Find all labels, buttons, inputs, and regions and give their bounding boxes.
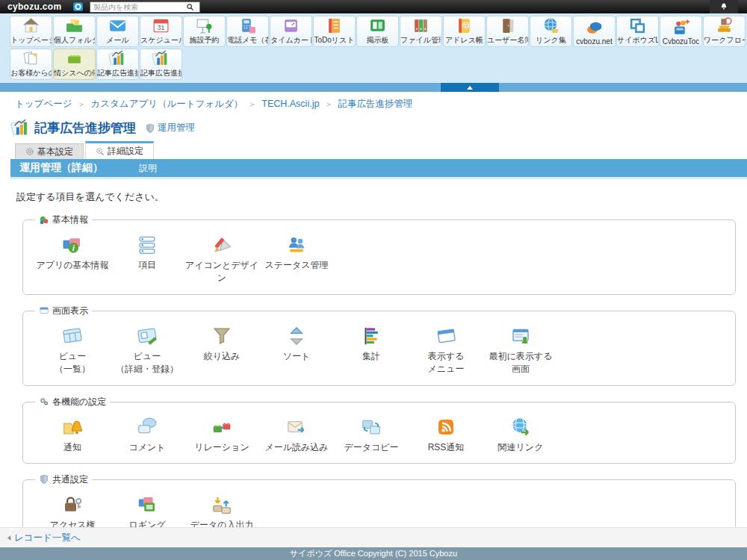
app-basic-icon: i [61,231,84,256]
app-button[interactable]: ワークフロー [703,16,746,47]
setting-item[interactable]: コメント [110,413,185,454]
breadcrumb-item[interactable]: トップページ [15,98,72,111]
footer: サイボウズ Office Copyright (C) 2015 Cybozu [0,547,747,560]
svg-text:31: 31 [158,24,165,31]
app-button[interactable]: @ アドレス帳 [443,16,486,47]
setting-item[interactable]: RSS通知 [409,413,483,454]
app-label: リンク集 [536,35,566,46]
shield-icon [39,474,49,485]
help-link[interactable]: 説明 [139,162,157,175]
app-button[interactable]: cvbozu.net [573,16,616,47]
app-button[interactable]: 掲示板 [356,16,399,47]
setting-item[interactable]: ステータス管理 [259,231,334,285]
notification-bell-icon[interactable] [710,0,738,13]
setting-item[interactable]: 項目 [110,231,185,285]
todo-icon [325,16,344,35]
shield-icon [145,123,155,134]
setting-item[interactable]: ソート [259,322,334,376]
toolbar-collapse-strip [0,83,747,92]
setting-item[interactable]: ロギング [110,491,185,532]
app-label: cvbozu.net [576,37,612,46]
setting-item-label: ソート [283,350,311,363]
notify-icon [61,413,84,438]
sort-icon [285,322,308,347]
breadcrumb-link[interactable]: カスタムアプリ（ルートフォルダ） [90,99,243,109]
app-button[interactable]: メール [96,16,139,47]
setting-item[interactable]: メール読み込み [259,413,334,454]
file-mgmt-icon [412,16,430,35]
app-button[interactable]: ユーザー名簿 [486,16,529,47]
app-button[interactable]: お客様からの [10,49,52,80]
tab-label: 基本設定 [37,146,73,158]
setting-item[interactable]: 絞り込み [185,322,259,376]
setting-item-label: 表示する メニュー [428,350,465,376]
app-button[interactable]: 個人フォルダ [53,16,96,47]
fields-icon [136,231,158,256]
breadcrumb-item[interactable]: カスタムアプリ（ルートフォルダ） [72,98,243,111]
setting-item[interactable]: アイコンとデザイン [185,231,259,285]
topbar: cybozu.com [0,0,747,13]
app-label: 記事広告進捗 [97,68,138,78]
group-legend: 画面表示 [52,305,88,317]
breadcrumb-link[interactable]: TECH.Ascii.jp [261,99,319,109]
app-button[interactable]: 施設予約 [183,16,226,47]
search-input[interactable] [93,3,186,11]
group-screen-display: 画面表示 ビュー （一覧） ビュー （詳細・登録） 絞り込み ソート 集計 表示… [22,305,736,386]
app-label: タイムカード [270,35,311,46]
home-icon [22,16,40,35]
breadcrumb-link[interactable]: 記事広告進捗管理 [338,99,412,109]
collapse-toolbar-button[interactable] [441,83,499,92]
app-button[interactable]: トップページ [10,16,52,47]
app-button[interactable]: サイボウズLiv [616,16,659,47]
breadcrumb-item[interactable]: TECH.Ascii.jp [243,99,319,110]
setting-item[interactable]: 集計 [334,322,409,376]
setting-item-label: ビュー （一覧） [55,350,90,376]
app-label: スケジュール [140,35,182,46]
setting-item[interactable]: 表示する メニュー [409,322,483,376]
setting-item[interactable]: 通知 [35,413,110,454]
setting-item[interactable]: 最初に表示する 画面 [483,322,558,376]
app-button[interactable]: 記事広告進捗 [96,49,139,80]
filter-icon [211,322,233,347]
app-label: ワークフロー [704,35,745,46]
setting-item[interactable]: データの入出力 [185,491,259,532]
app-toolbar: トップページ 個人フォルダ メール 31 スケジュール 施設予約 電話メモ（在 … [0,13,747,83]
app-button[interactable]: 電話メモ（在 [226,16,269,47]
setting-item[interactable]: 関連リンク [483,413,558,454]
app-button[interactable]: タイムカード [270,16,312,47]
cybozu-logo-icon[interactable] [72,1,84,12]
search-icon[interactable] [186,3,194,11]
setting-item[interactable]: データコピー [334,413,409,454]
setting-item[interactable]: i アプリの基本情報 [35,231,110,285]
address-icon: @ [455,16,474,35]
setting-item-label: アプリの基本情報 [36,259,108,272]
personal-folder-icon [65,16,84,35]
settings-tabs: 基本設定 詳細設定 [0,140,747,159]
gear-magnifier-icon [96,147,105,156]
app-button[interactable]: 31 スケジュール [140,16,182,47]
workflow-icon [715,16,734,35]
setting-item[interactable]: リレーション [185,413,259,454]
user-list-icon [498,16,517,35]
breadcrumb-link[interactable]: トップページ [15,99,72,109]
tab[interactable]: 基本設定 [15,143,84,159]
comment-icon [136,413,158,438]
breadcrumb-item[interactable]: 記事広告進捗管理 [319,98,412,111]
setting-item-label: ビュー （詳細・登録） [116,350,179,376]
setting-item[interactable]: ビュー （詳細・登録） [110,322,185,376]
app-button[interactable]: 情シスへの依 [53,49,96,80]
admin-management-link[interactable]: 運用管理 [145,122,195,134]
group-legend: 各機能の設定 [52,396,106,408]
setting-item[interactable]: アクセス権 [35,491,110,532]
back-to-record-list-link[interactable]: レコード一覧へ [6,532,81,544]
app-label: 記事広告進捗 [140,68,182,78]
logging-icon [136,491,158,516]
app-button[interactable]: ToDoリスト [313,16,356,47]
app-button[interactable]: リンク集 [530,16,572,47]
app-button[interactable]: ファイル管理 [400,16,442,47]
tab[interactable]: 詳細設定 [85,141,154,159]
app-label: ファイル管理 [400,35,441,46]
app-button[interactable]: 記事広告進捗 [140,49,182,80]
setting-item[interactable]: ビュー （一覧） [35,322,110,376]
app-button[interactable]: CvbozuToc [660,16,702,47]
